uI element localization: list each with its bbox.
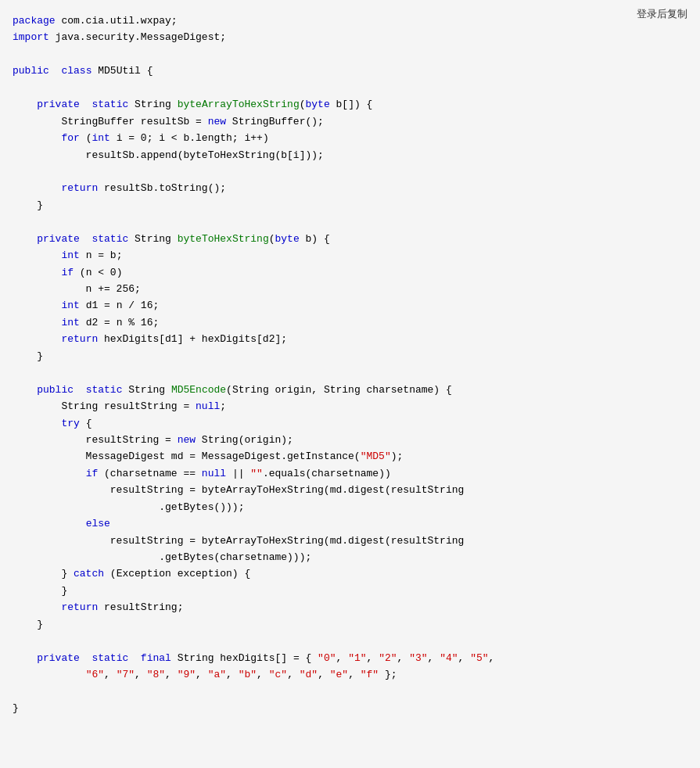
code-line-19: int d2 = n % 16; [13, 314, 700, 331]
code-line-18: int d1 = n / 16; [13, 297, 700, 314]
code-line-16: if (n < 0) [13, 264, 700, 281]
code-line-3 [13, 46, 700, 63]
code-line-9: resultSb.append(byteToHexString(b[i])); [13, 147, 700, 163]
code-line-36: return resultString; [13, 599, 700, 615]
code-line-41 [13, 684, 700, 700]
code-line-23: public static String MD5Encode(String or… [13, 382, 700, 398]
code-container: package com.cia.util.wxpay; import java.… [0, 0, 700, 768]
code-line-13 [13, 214, 700, 230]
code-line-40: "6", "7", "8", "9", "a", "b", "c", "d", … [13, 666, 700, 683]
code-line-37: } [13, 616, 700, 633]
code-line-22 [13, 364, 700, 381]
top-bar: 登录后复制 [624, 0, 700, 29]
code-line-1: package com.cia.util.wxpay; [13, 13, 700, 29]
code-line-32: resultString = byteArrayToHexString(md.d… [13, 533, 700, 549]
code-line-28: if (charsetname == null || "".equals(cha… [13, 465, 700, 482]
code-line-30: .getBytes())); [13, 499, 700, 515]
code-line-27: MessageDigest md = MessageDigest.getInst… [13, 448, 700, 465]
code-line-8: for (int i = 0; i < b.length; i++) [13, 130, 700, 146]
code-line-35: } [13, 583, 700, 599]
code-line-10 [13, 163, 700, 180]
code-line-7: StringBuffer resultSb = new StringBuffer… [13, 113, 700, 130]
code-line-20: return hexDigits[d1] + hexDigits[d2]; [13, 331, 700, 347]
code-line-34: } catch (Exception exception) { [13, 565, 700, 582]
login-copy-label: 登录后复制 [637, 8, 687, 20]
code-line-42: } [13, 700, 700, 716]
code-line-25: try { [13, 415, 700, 432]
code-line-38 [13, 633, 700, 649]
code-line-31: else [13, 515, 700, 532]
code-line-15: int n = b; [13, 247, 700, 264]
code-line-29: resultString = byteArrayToHexString(md.d… [13, 482, 700, 498]
code-line-21: } [13, 348, 700, 364]
code-line-5 [13, 80, 700, 96]
code-line-17: n += 256; [13, 281, 700, 297]
code-line-6: private static String byteArrayToHexStri… [13, 96, 700, 113]
code-line-26: resultString = new String(origin); [13, 432, 700, 448]
code-line-24: String resultString = null; [13, 398, 700, 415]
code-line-11: return resultSb.toString(); [13, 180, 700, 196]
code-line-14: private static String byteToHexString(by… [13, 231, 700, 247]
code-line-39: private static final String hexDigits[] … [13, 650, 700, 666]
code-line-2: import java.security.MessageDigest; [13, 29, 700, 45]
code-line-33: .getBytes(charsetname))); [13, 549, 700, 565]
code-line-4: public class MD5Util { [13, 63, 700, 79]
code-line-12: } [13, 197, 700, 214]
